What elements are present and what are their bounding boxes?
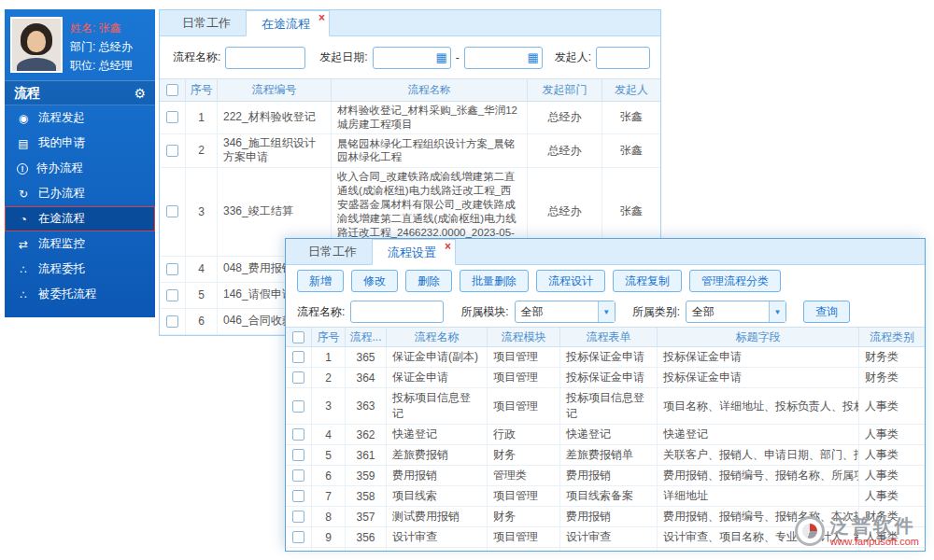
sidebar-item-todo-processes[interactable]: ! 待办流程 [5, 156, 155, 181]
avatar-body [17, 58, 56, 73]
cell-form: 项目线索备案 [560, 486, 658, 507]
cell-form: 快递登记 [560, 425, 658, 445]
row-checkbox[interactable] [292, 469, 304, 482]
cell-category: 人事类 [859, 466, 925, 486]
row-checkbox[interactable] [292, 531, 304, 543]
cell-module: 项目管理 [488, 548, 560, 552]
cell-no: 3 [312, 388, 346, 425]
process-design-button[interactable]: 流程设计 [536, 270, 605, 292]
cell-id: 355 [346, 548, 387, 552]
table-row[interactable]: 2 364 保证金申请 项目管理 投标保证金申请 投标保证金申请 财务类 [286, 368, 925, 388]
cell-fields: 投标保证金申请 [658, 368, 859, 388]
cell-module: 项目管理 [488, 388, 560, 425]
calendar-icon[interactable]: ▦ [527, 50, 538, 64]
select-all-checkbox[interactable] [166, 84, 178, 96]
table-row[interactable]: 6 359 费用报销 管理类 费用报销 费用报销、报销编号、报销名称、所属项目 … [286, 466, 925, 486]
row-checkbox[interactable] [166, 315, 178, 328]
cell-no: 6 [186, 309, 218, 335]
cell-no: 2 [186, 134, 218, 168]
process-copy-button[interactable]: 流程复制 [613, 270, 682, 292]
row-checkbox[interactable] [292, 511, 304, 523]
table-row[interactable]: 4 362 快递登记 行政 快递登记 快递登记 人事类 [286, 425, 925, 445]
row-checkbox[interactable] [166, 289, 178, 301]
cell-no: 2 [312, 368, 346, 388]
user-profile: 姓名: 张鑫 部门: 总经办 职位: 总经理 [5, 9, 155, 80]
sidebar-item-my-applications[interactable]: ▤ 我的申请 [5, 131, 155, 156]
close-icon[interactable]: × [318, 11, 325, 24]
win2-toolbar: 新增 修改 删除 批量删除 流程设计 流程复制 管理流程分类 [286, 265, 925, 297]
tab-daily-work[interactable]: 日常工作 [293, 239, 372, 264]
row-checkbox[interactable] [166, 263, 178, 275]
sidebar-item-process-delegate[interactable]: ∴ 流程委托 [5, 257, 155, 282]
table-row[interactable]: 3 363 投标项目信息登记 项目管理 投标项目信息登记 项目名称、详细地址、投… [286, 388, 925, 425]
table-row[interactable]: 7 358 项目线索 项目管理 项目线索备案 详细地址 人事类 [286, 486, 925, 507]
col-header-code: 流程编号 [218, 78, 332, 102]
sidebar-item-done-processes[interactable]: ↻ 已办流程 [5, 181, 155, 206]
vendor-watermark: 泛普软件 www.fanpusoft.com [795, 515, 919, 547]
tab-daily-work[interactable]: 日常工作 [167, 10, 246, 35]
cell-form: 费用报销 [560, 466, 658, 486]
sponsor-input[interactable] [596, 47, 650, 69]
tab-in-transit-processes[interactable]: 在途流程 × [246, 10, 330, 36]
row-checkbox[interactable] [292, 371, 304, 384]
row-checkbox[interactable] [166, 111, 178, 123]
row-checkbox[interactable] [292, 400, 304, 413]
fanpu-logo-icon [795, 516, 825, 546]
user-avatar [10, 17, 63, 73]
search-button[interactable]: 查询 [803, 301, 850, 323]
table-row[interactable]: 10 355 设计进度汇报 项目管理 设计进度汇报 设计进度汇报、所属项目、任务… [286, 548, 925, 552]
category-dropdown[interactable]: 全部 ▼ [686, 301, 786, 323]
sidebar-item-delegated-processes[interactable]: ∴ 被委托流程 [5, 282, 155, 307]
cell-form: 投标项目信息登记 [560, 388, 658, 425]
process-name-input[interactable] [225, 47, 305, 69]
batch-delete-button[interactable]: 批量删除 [460, 270, 529, 292]
module-dropdown[interactable]: 全部 ▼ [515, 301, 616, 323]
close-icon[interactable]: × [445, 240, 451, 253]
cell-no: 4 [312, 425, 346, 445]
row-checkbox[interactable] [292, 449, 304, 461]
add-button[interactable]: 新增 [297, 270, 344, 292]
category-selected-value: 全部 [686, 304, 769, 320]
sidebar-item-process-launch[interactable]: ◉ 流程发起 [5, 105, 155, 131]
sidebar-item-label: 待办流程 [36, 161, 83, 176]
col-header-fields: 标题字段 [658, 327, 859, 347]
manage-process-category-button[interactable]: 管理流程分类 [689, 270, 781, 292]
cell-no: 3 [186, 168, 218, 257]
cell-category: 人事类 [859, 548, 925, 552]
select-all-checkbox[interactable] [292, 331, 304, 343]
tab-process-settings[interactable]: 流程设置 × [372, 239, 456, 265]
cell-fields: 设计进度汇报、所属项目、任务名称、汇报人、汇报日期 [658, 548, 859, 552]
row-checkbox[interactable] [292, 490, 304, 502]
table-row[interactable]: 1 365 保证金申请(副本) 项目管理 投标保证金申请 投标保证金申请 财务类 [286, 347, 925, 368]
tab-label: 日常工作 [308, 245, 357, 259]
sidebar-item-label: 流程委托 [38, 261, 85, 277]
cell-name: 保证金申请(副本) [387, 347, 488, 368]
table-row[interactable]: 2 346_施工组织设计方案申请 晨铭园林绿化工程组织设计方案_晨铭园林绿化工程… [160, 134, 660, 168]
col-header-category: 流程类别 [859, 327, 925, 347]
calendar-icon[interactable]: ▦ [435, 50, 446, 64]
process-name-input[interactable] [350, 301, 444, 323]
cell-code: 346_施工组织设计方案申请 [218, 134, 332, 168]
sidebar: 姓名: 张鑫 部门: 总经办 职位: 总经理 流程 ⚙ ◉ 流程发起 ▤ 我的申… [5, 9, 155, 317]
watermark-brand: 泛普软件 [830, 515, 919, 536]
cell-name: 材料验收登记_材料采购_张鑫_华润12城房建工程项目 [332, 102, 528, 134]
refresh-icon: ↻ [17, 188, 30, 201]
row-checkbox[interactable] [166, 145, 178, 157]
sidebar-item-process-monitor[interactable]: ⇄ 流程监控 [5, 231, 155, 257]
row-checkbox[interactable] [166, 205, 178, 217]
edit-button[interactable]: 修改 [351, 270, 398, 292]
desktop: 姓名: 张鑫 部门: 总经办 职位: 总经理 流程 ⚙ ◉ 流程发起 ▤ 我的申… [0, 0, 934, 560]
row-checkbox[interactable] [292, 428, 304, 441]
process-name-label: 流程名称: [173, 49, 220, 65]
clock-icon: ◔ [17, 213, 30, 226]
table-row[interactable]: 5 361 差旅费报销 财务 差旅费报销单 关联客户、报销人、申请日期、部门、报… [286, 445, 925, 466]
sidebar-item-label: 我的申请 [38, 135, 85, 151]
table-row[interactable]: 1 222_材料验收登记 材料验收登记_材料采购_张鑫_华润12城房建工程项目 … [160, 102, 660, 134]
sidebar-item-label: 流程发起 [38, 110, 85, 126]
delete-button[interactable]: 删除 [405, 270, 452, 292]
sidebar-item-in-transit-processes[interactable]: ◔ 在途流程 [5, 206, 155, 231]
cell-form: 设计审查 [560, 527, 658, 548]
cell-id: 357 [346, 507, 387, 527]
gear-icon[interactable]: ⚙ [134, 86, 146, 101]
row-checkbox[interactable] [292, 351, 304, 363]
